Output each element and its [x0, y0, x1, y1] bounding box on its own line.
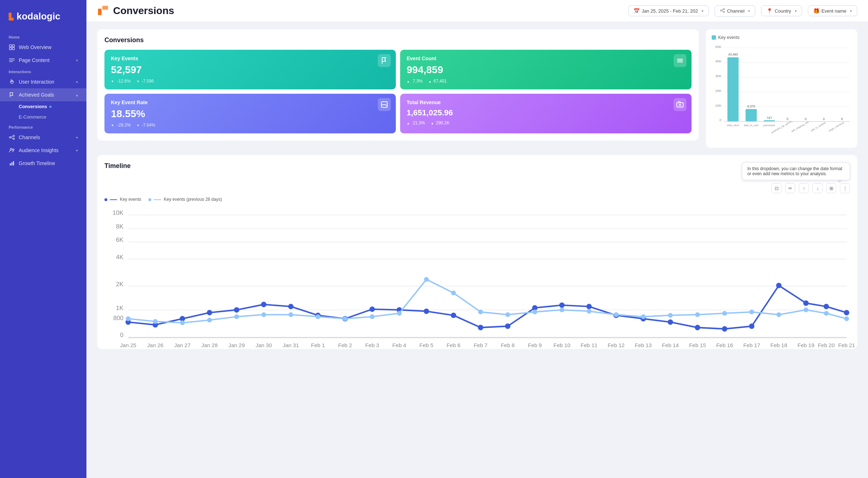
edit-tool-button[interactable]: ✏ — [785, 183, 795, 193]
legend-line-light — [154, 199, 161, 200]
channel-filter-label: Channel — [727, 8, 744, 14]
sidebar-item-channels[interactable]: Channels ▾ — [0, 131, 86, 144]
sidebar-item-achieved-goals[interactable]: Achieved Goals ▴ — [0, 88, 86, 101]
line-dot-prev — [804, 307, 808, 312]
line-dot-prev — [316, 314, 320, 319]
svg-rect-28 — [677, 103, 683, 107]
svg-text:Feb 13: Feb 13 — [635, 342, 652, 348]
arrow-up-icon: ↑ — [803, 186, 805, 191]
key-event-rate-change2: -7.64% — [137, 123, 155, 128]
svg-text:800: 800 — [113, 315, 123, 322]
country-filter-button[interactable]: 📍 Country ▾ — [761, 5, 802, 16]
svg-text:747: 747 — [767, 116, 772, 120]
timeline-toolbar: ⊡ ✏ ↑ ↓ ⊞ — [771, 183, 850, 193]
svg-rect-42 — [728, 57, 739, 121]
chevron-down-icon: ▾ — [702, 9, 703, 13]
line-dot-prev — [824, 311, 829, 316]
sidebar-subitem-conversions[interactable]: Conversions — [19, 101, 86, 112]
more-tool-button[interactable]: ⋮ — [840, 183, 850, 193]
line-dot-prev — [532, 310, 537, 314]
channels-icon — [9, 134, 15, 141]
active-dot — [49, 106, 52, 108]
svg-point-7 — [9, 137, 11, 138]
chart-icon — [9, 160, 15, 167]
sidebar-item-page-content[interactable]: Page Content ▾ — [0, 54, 86, 67]
key-events-change: -12.6% -7,596 — [111, 79, 389, 84]
key-events-line — [128, 286, 847, 329]
logo-icon — [9, 13, 14, 21]
channel-filter-icon — [720, 8, 725, 14]
sidebar-item-label: Web Overview — [19, 44, 52, 50]
line-dot — [505, 323, 510, 329]
header-title-area: Conversions — [97, 5, 619, 17]
chevron-down-icon: ▾ — [76, 149, 78, 152]
svg-text:Jan 27: Jan 27 — [174, 342, 191, 348]
sidebar-item-web-overview[interactable]: Web Overview — [0, 41, 86, 54]
svg-text:add_to_cart: add_to_cart — [744, 124, 759, 127]
chart-type-icon: ⊞ — [829, 186, 833, 191]
total-revenue-card: Total Revenue 1,651,025.96 21.3% 290.2K — [400, 94, 692, 133]
line-dot — [370, 306, 375, 312]
sidebar-section-interactions: Interactions — [0, 67, 86, 75]
sidebar-item-label: User Interaction — [19, 79, 54, 85]
svg-text:Feb 19: Feb 19 — [797, 342, 814, 348]
line-dot-prev — [641, 314, 645, 319]
svg-text:8K: 8K — [116, 223, 124, 230]
arrow-down-icon — [111, 123, 115, 128]
line-dot-prev — [370, 314, 375, 319]
event-filter-label: Event name — [822, 8, 846, 14]
total-revenue-change2: 290.2K — [431, 120, 449, 125]
page-title: Conversions — [113, 5, 174, 17]
crop-tool-button[interactable]: ⊡ — [771, 183, 782, 193]
sidebar-item-growth-timeline[interactable]: Growth Timeline — [0, 157, 86, 170]
key-events-value: 52,597 — [111, 64, 389, 76]
svg-point-9 — [13, 138, 14, 140]
event-count-change: 7.3% 67,401 — [407, 79, 685, 84]
line-dot-prev — [587, 309, 591, 314]
svg-text:view_item: view_item — [727, 124, 739, 127]
money-card-icon — [674, 98, 686, 111]
legend-dot-light — [148, 198, 151, 201]
svg-text:0: 0 — [120, 332, 123, 338]
sidebar-subitem-label: Conversions — [19, 104, 47, 109]
svg-line-22 — [722, 9, 723, 10]
sidebar-subitem-ecommerce[interactable]: E-Commerce — [19, 112, 86, 122]
menu-card-icon — [674, 54, 686, 67]
chevron-down-icon: ▾ — [76, 136, 78, 140]
svg-line-23 — [722, 10, 723, 12]
line-dot-prev — [478, 310, 483, 314]
date-filter-button[interactable]: 📅 Jan 25, 2025 - Feb 21, 202 ▾ — [628, 5, 709, 16]
arrow-down-icon — [111, 79, 115, 84]
grid-icon — [9, 44, 15, 50]
legend-dot-dark — [104, 198, 107, 201]
svg-text:Feb 15: Feb 15 — [689, 342, 706, 348]
svg-text:Feb 11: Feb 11 — [581, 342, 598, 348]
arrow-up-icon — [407, 79, 411, 84]
chart-type-tool-button[interactable]: ⊞ — [826, 183, 836, 193]
svg-text:begin_checkout: begin_checkout — [828, 121, 845, 132]
line-dot — [234, 307, 239, 313]
audience-icon — [9, 147, 15, 154]
key-events-card: Key Events 52,597 -12.6% -7,596 — [104, 50, 396, 89]
line-dot-prev — [424, 277, 429, 282]
svg-text:Feb 20: Feb 20 — [818, 342, 835, 348]
sidebar-item-user-interaction[interactable]: User Interaction ▾ — [0, 75, 86, 88]
svg-text:0: 0 — [787, 117, 788, 121]
svg-text:purchase: purchase — [764, 124, 775, 127]
event-filter-button[interactable]: 🎁 Event name ▾ — [808, 5, 857, 16]
sidebar-item-label: Growth Timeline — [19, 160, 55, 166]
svg-text:10K: 10K — [113, 209, 124, 216]
svg-rect-2 — [9, 48, 12, 50]
svg-point-8 — [13, 135, 14, 137]
sidebar-item-audience-insights[interactable]: Audience Insights ▾ — [0, 144, 86, 157]
line-dot-prev — [560, 307, 564, 312]
hand-icon — [9, 79, 15, 85]
total-revenue-title: Total Revenue — [407, 99, 685, 105]
channel-filter-button[interactable]: Channel ▾ — [715, 5, 755, 17]
crop-icon: ⊡ — [775, 186, 779, 191]
arrow-down-tool-button[interactable]: ↓ — [813, 183, 823, 193]
arrow-up-tool-button[interactable]: ↑ — [799, 183, 809, 193]
country-filter-label: Country — [775, 8, 791, 14]
svg-text:Feb 6: Feb 6 — [447, 342, 460, 348]
svg-point-20 — [723, 8, 725, 10]
